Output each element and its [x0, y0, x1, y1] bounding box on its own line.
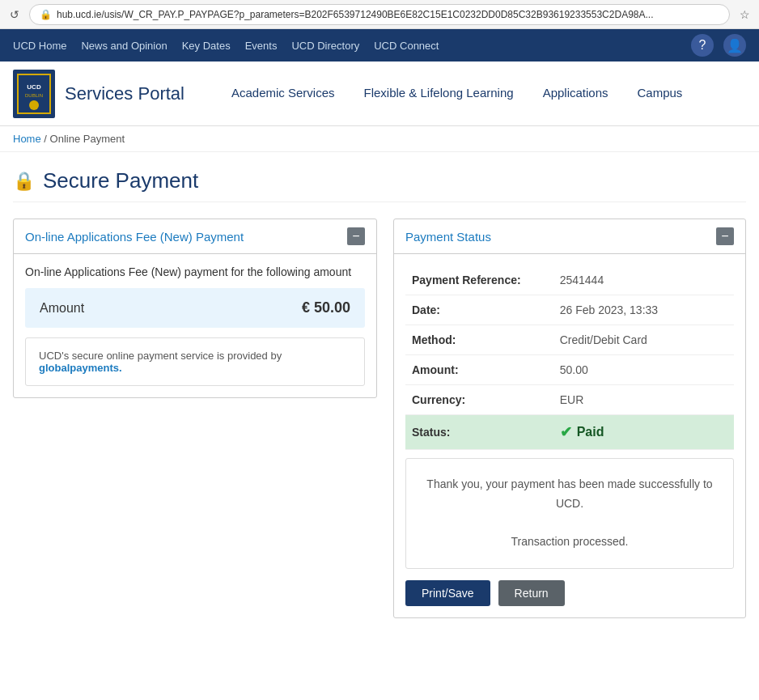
address-bar[interactable]: 🔒 hub.ucd.ie/usis/W_CR_PAY.P_PAYPAGE?p_p…: [29, 4, 730, 25]
provider-link[interactable]: global: [39, 362, 70, 374]
logo-area: UCD DUBLIN Services Portal: [13, 70, 184, 118]
left-card-description: On-line Applications Fee (New) payment f…: [25, 265, 365, 278]
label-payment-ref: Payment Reference:: [405, 265, 553, 295]
right-card-body: Payment Reference: 2541444 Date: 26 Feb …: [394, 254, 745, 617]
browser-controls: ↺: [6, 6, 23, 23]
nav-academic-services[interactable]: Academic Services: [217, 62, 350, 126]
page-content: 🔒 Secure Payment On-line Applications Fe…: [0, 152, 759, 647]
svg-text:UCD: UCD: [27, 83, 41, 91]
main-nav: Academic Services Flexible & Lifelong Le…: [217, 62, 746, 126]
right-card-header: Payment Status −: [394, 219, 745, 254]
topnav-events[interactable]: Events: [245, 40, 278, 52]
breadcrumb-separator: /: [44, 133, 47, 145]
left-card-body: On-line Applications Fee (New) payment f…: [14, 254, 376, 397]
value-status: ✔ Paid: [553, 415, 734, 450]
right-card-collapse[interactable]: −: [716, 227, 734, 245]
browser-bar: ↺ 🔒 hub.ucd.ie/usis/W_CR_PAY.P_PAYPAGE?p…: [0, 0, 759, 29]
amount-label: Amount: [40, 301, 84, 316]
status-row: Status: ✔ Paid: [405, 415, 734, 450]
status-table: Payment Reference: 2541444 Date: 26 Feb …: [405, 265, 734, 450]
value-method: Credit/Debit Card: [553, 325, 734, 355]
nav-campus[interactable]: Campus: [623, 62, 698, 126]
svg-text:DUBLIN: DUBLIN: [25, 93, 43, 98]
paid-badge: ✔ Paid: [560, 423, 727, 441]
nav-flexible-learning[interactable]: Flexible & Lifelong Learning: [350, 62, 528, 126]
breadcrumb: Home / Online Payment: [0, 126, 759, 152]
top-nav: UCD Home News and Opinion Key Dates Even…: [0, 29, 759, 62]
top-nav-right: ? 👤: [691, 34, 746, 57]
topnav-news-opinion[interactable]: News and Opinion: [81, 40, 167, 52]
lock-icon: 🔒: [13, 171, 35, 192]
table-row: Currency: EUR: [405, 385, 734, 415]
value-payment-ref: 2541444: [553, 265, 734, 295]
left-card: On-line Applications Fee (New) Payment −…: [13, 218, 377, 398]
header-bar: UCD DUBLIN Services Portal Academic Serv…: [0, 62, 759, 126]
topnav-ucd-connect[interactable]: UCD Connect: [374, 40, 439, 52]
help-icon[interactable]: ?: [691, 34, 714, 57]
value-amount: 50.00: [553, 355, 734, 385]
checkmark-icon: ✔: [560, 423, 572, 441]
label-currency: Currency:: [405, 385, 553, 415]
topnav-ucd-home[interactable]: UCD Home: [13, 40, 66, 52]
paid-text: Paid: [577, 425, 604, 439]
action-buttons: Print/Save Return: [405, 580, 734, 606]
url-text: hub.ucd.ie/usis/W_CR_PAY.P_PAYPAGE?p_par…: [57, 9, 653, 20]
breadcrumb-home[interactable]: Home: [13, 133, 41, 145]
table-row: Payment Reference: 2541444: [405, 265, 734, 295]
topnav-ucd-directory[interactable]: UCD Directory: [291, 40, 359, 52]
right-card: Payment Status − Payment Reference: 2541…: [393, 218, 746, 618]
success-line2: Transaction processed.: [422, 532, 717, 552]
label-status: Status:: [405, 415, 553, 450]
col-left: On-line Applications Fee (New) Payment −…: [13, 218, 377, 411]
bookmark-button[interactable]: ☆: [736, 6, 753, 23]
success-message: Thank you, your payment has been made su…: [405, 458, 734, 569]
ucd-logo: UCD DUBLIN: [13, 70, 55, 118]
page-heading: 🔒 Secure Payment: [13, 168, 746, 202]
label-amount: Amount:: [405, 355, 553, 385]
reload-button[interactable]: ↺: [6, 6, 23, 23]
label-method: Method:: [405, 325, 553, 355]
portal-title: Services Portal: [65, 83, 184, 104]
breadcrumb-current: Online Payment: [50, 133, 125, 145]
label-date: Date:: [405, 295, 553, 325]
table-row: Date: 26 Feb 2023, 13:33: [405, 295, 734, 325]
svg-point-4: [29, 100, 39, 110]
page-title: Secure Payment: [43, 168, 198, 193]
print-save-button[interactable]: Print/Save: [405, 580, 490, 606]
success-line1: Thank you, your payment has been made su…: [422, 475, 717, 514]
table-row: Amount: 50.00: [405, 355, 734, 385]
provider-info-box: UCD's secure online payment service is p…: [25, 337, 365, 386]
browser-actions: ☆: [736, 6, 753, 23]
left-card-collapse[interactable]: −: [347, 227, 365, 245]
col-right: Payment Status − Payment Reference: 2541…: [393, 218, 746, 631]
value-currency: EUR: [553, 385, 734, 415]
right-card-title: Payment Status: [405, 230, 491, 244]
topnav-key-dates[interactable]: Key Dates: [182, 40, 231, 52]
user-icon[interactable]: 👤: [723, 34, 746, 57]
amount-box: Amount € 50.00: [25, 288, 365, 328]
value-date: 26 Feb 2023, 13:33: [553, 295, 734, 325]
left-card-title: On-line Applications Fee (New) Payment: [25, 230, 244, 244]
table-row: Method: Credit/Debit Card: [405, 325, 734, 355]
payment-columns: On-line Applications Fee (New) Payment −…: [13, 218, 746, 631]
left-card-header: On-line Applications Fee (New) Payment −: [14, 219, 376, 254]
provider-link2[interactable]: payments.: [70, 362, 121, 374]
return-button[interactable]: Return: [498, 580, 565, 606]
nav-applications[interactable]: Applications: [528, 62, 623, 126]
amount-value: € 50.00: [302, 299, 350, 316]
provider-text: UCD's secure online payment service is p…: [39, 350, 282, 362]
